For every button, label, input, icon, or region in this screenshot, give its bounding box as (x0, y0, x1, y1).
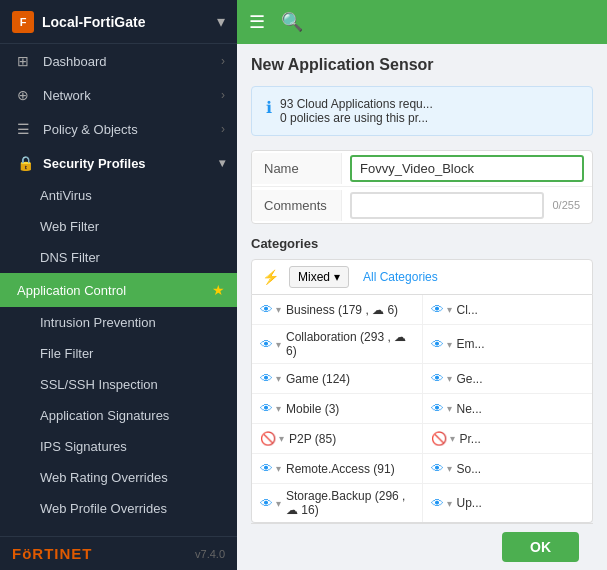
comments-hint: 0/255 (548, 197, 584, 213)
eye-icon-right-3[interactable]: 👁 (431, 401, 444, 416)
chevron-icon-right-0[interactable]: ▾ (447, 304, 452, 315)
application-control-label: Application Control (17, 283, 212, 298)
chevron-icon-right-4[interactable]: ▾ (450, 433, 455, 444)
chevron-icon-left-2[interactable]: ▾ (276, 373, 281, 384)
sidebar-logo-area[interactable]: F Local-FortiGate (12, 11, 145, 33)
ssl-ssh-label: SSL/SSH Inspection (40, 377, 158, 392)
network-arrow-icon: › (221, 88, 225, 102)
top-bar: ☰ 🔍 (237, 0, 607, 44)
sidebar-footer: FöRTINET v7.4.0 (0, 536, 237, 570)
version-text: v7.4.0 (195, 548, 225, 560)
eye-icon-left-0[interactable]: 👁 (260, 302, 273, 317)
comments-row: Comments 0/255 (252, 187, 592, 223)
chevron-icon-right-6[interactable]: ▾ (447, 498, 452, 509)
cat-cell-left-4: 🚫 ▾ P2P (85) (252, 424, 423, 453)
cat-cell-right-5: 👁 ▾ So... (423, 454, 593, 483)
eye-icon-left-5[interactable]: 👁 (260, 461, 273, 476)
eye-icon-right-2[interactable]: 👁 (431, 371, 444, 386)
sidebar-item-web-rating[interactable]: Web Rating Overrides (0, 462, 237, 493)
chevron-icon-left-1[interactable]: ▾ (276, 339, 281, 350)
form-section: Name Comments 0/255 (251, 150, 593, 224)
cat-cell-left-6: 👁 ▾ Storage.Backup (296 , ☁ 16) (252, 484, 423, 522)
table-row: 👁 ▾ Business (179 , ☁ 6) 👁 ▾ Cl... (252, 295, 592, 325)
mixed-icon: ⚡ (262, 269, 279, 285)
sidebar-item-policy-objects[interactable]: ☰ Policy & Objects › (0, 112, 237, 146)
web-profile-label: Web Profile Overrides (40, 501, 167, 516)
eye-icon-left-1[interactable]: 👁 (260, 337, 273, 352)
eye-icon-right-1[interactable]: 👁 (431, 337, 444, 352)
network-icon: ⊕ (17, 87, 35, 103)
sidebar-item-antivirus[interactable]: AntiVirus (0, 180, 237, 211)
blocked-icon-right-4[interactable]: 🚫 (431, 431, 447, 446)
cat-name-right-4: Pr... (460, 432, 585, 446)
categories-table: 👁 ▾ Business (179 , ☁ 6) 👁 ▾ Cl... 👁 ▾ (251, 295, 593, 523)
cat-name-right-6: Up... (457, 496, 585, 510)
categories-title: Categories (251, 236, 593, 251)
sidebar-item-dashboard[interactable]: ⊞ Dashboard › (0, 44, 237, 78)
chevron-icon-left-5[interactable]: ▾ (276, 463, 281, 474)
ok-button[interactable]: OK (502, 532, 579, 562)
table-row: 🚫 ▾ P2P (85) 🚫 ▾ Pr... (252, 424, 592, 454)
table-row: 👁 ▾ Game (124) 👁 ▾ Ge... (252, 364, 592, 394)
sidebar-item-ssl-ssh[interactable]: SSL/SSH Inspection (0, 369, 237, 400)
cat-name-left-5: Remote.Access (91) (286, 462, 414, 476)
eye-icon-left-3[interactable]: 👁 (260, 401, 273, 416)
categories-section: Categories ⚡ Mixed ▾ All Categories 👁 ▾ … (251, 236, 593, 523)
blocked-icon-left-4[interactable]: 🚫 (260, 431, 276, 446)
eye-icon-right-0[interactable]: 👁 (431, 302, 444, 317)
eye-icon-left-2[interactable]: 👁 (260, 371, 273, 386)
sidebar-item-security-profiles[interactable]: 🔒 Security Profiles ▾ (0, 146, 237, 180)
sidebar-item-application-control[interactable]: Application Control ★ (0, 273, 237, 307)
cat-name-right-1: Em... (457, 337, 585, 351)
chevron-icon-left-4[interactable]: ▾ (279, 433, 284, 444)
security-profiles-icon: 🔒 (17, 155, 35, 171)
sidebar-item-ips-signatures[interactable]: IPS Signatures (0, 431, 237, 462)
chevron-icon-left-0[interactable]: ▾ (276, 304, 281, 315)
fortinet-logo: FöRTINET (12, 545, 93, 562)
cat-name-left-2: Game (124) (286, 372, 414, 386)
chevron-icon-left-6[interactable]: ▾ (276, 498, 281, 509)
cat-cell-left-1: 👁 ▾ Collaboration (293 , ☁ 6) (252, 325, 423, 363)
name-input[interactable] (350, 155, 584, 182)
cat-name-right-2: Ge... (457, 372, 585, 386)
cat-name-right-3: Ne... (457, 402, 585, 416)
table-row: 👁 ▾ Storage.Backup (296 , ☁ 16) 👁 ▾ Up..… (252, 484, 592, 522)
dashboard-arrow-icon: › (221, 54, 225, 68)
web-filter-label: Web Filter (40, 219, 99, 234)
mixed-chevron-icon: ▾ (334, 270, 340, 284)
sidebar-item-web-filter[interactable]: Web Filter (0, 211, 237, 242)
web-rating-label: Web Rating Overrides (40, 470, 168, 485)
eye-icon-right-6[interactable]: 👁 (431, 496, 444, 511)
sidebar-title: Local-FortiGate (42, 14, 145, 30)
comments-input[interactable] (350, 192, 544, 219)
sidebar-item-application-signatures[interactable]: Application Signatures (0, 400, 237, 431)
sidebar-header: F Local-FortiGate ▾ (0, 0, 237, 44)
cat-name-left-1: Collaboration (293 , ☁ 6) (286, 330, 414, 358)
star-icon: ★ (212, 282, 225, 298)
sidebar-collapse-icon[interactable]: ▾ (217, 12, 225, 31)
chevron-icon-right-3[interactable]: ▾ (447, 403, 452, 414)
all-categories-button[interactable]: All Categories (359, 268, 442, 286)
sidebar-item-file-filter[interactable]: File Filter (0, 338, 237, 369)
sidebar-item-network[interactable]: ⊕ Network › (0, 78, 237, 112)
hamburger-icon[interactable]: ☰ (249, 11, 265, 33)
chevron-icon-right-1[interactable]: ▾ (447, 339, 452, 350)
chevron-icon-left-3[interactable]: ▾ (276, 403, 281, 414)
sidebar-item-web-profile[interactable]: Web Profile Overrides (0, 493, 237, 524)
page-title: New Application Sensor (251, 56, 593, 74)
eye-icon-left-6[interactable]: 👁 (260, 496, 273, 511)
sidebar-item-intrusion-prevention[interactable]: Intrusion Prevention (0, 307, 237, 338)
chevron-icon-right-5[interactable]: ▾ (447, 463, 452, 474)
name-label: Name (252, 153, 342, 184)
app-logo-icon: F (12, 11, 34, 33)
mixed-button[interactable]: Mixed ▾ (289, 266, 349, 288)
search-icon[interactable]: 🔍 (281, 11, 303, 33)
sidebar-item-dns-filter[interactable]: DNS Filter (0, 242, 237, 273)
table-row: 👁 ▾ Remote.Access (91) 👁 ▾ So... (252, 454, 592, 484)
cat-cell-right-3: 👁 ▾ Ne... (423, 394, 593, 423)
cat-cell-left-3: 👁 ▾ Mobile (3) (252, 394, 423, 423)
eye-icon-right-5[interactable]: 👁 (431, 461, 444, 476)
categories-toolbar: ⚡ Mixed ▾ All Categories (251, 259, 593, 295)
chevron-icon-right-2[interactable]: ▾ (447, 373, 452, 384)
policy-icon: ☰ (17, 121, 35, 137)
